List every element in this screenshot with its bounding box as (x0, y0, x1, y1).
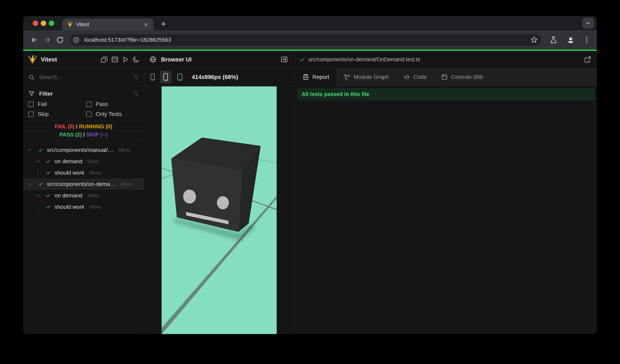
file-header: src/components/on-demand/OnDemand.test.t… (295, 51, 597, 68)
chevron-down-icon[interactable] (36, 159, 41, 164)
report-tabs: Report Module Graph (295, 68, 597, 86)
experiments-flask-icon[interactable] (549, 36, 558, 44)
search-input[interactable] (39, 74, 133, 80)
search-row (23, 68, 144, 86)
test-duration: 56ms (118, 147, 130, 153)
report-clipboard-icon (302, 74, 309, 80)
test-suite-row[interactable]: on demand 43ms (23, 190, 144, 201)
address-bar[interactable]: localhost:5173/#/?file=1828625563 (70, 34, 541, 46)
profile-avatar[interactable] (566, 35, 575, 44)
pass-check-icon (46, 193, 51, 198)
test-suite-row[interactable]: on demand 56ms (23, 156, 144, 167)
test-duration: 56ms (87, 159, 99, 164)
pass-check-icon (38, 181, 43, 187)
tablet-icon[interactable] (176, 73, 184, 82)
menu-dots-icon[interactable] (582, 36, 591, 44)
test-label: src/components/manual/… (47, 147, 113, 153)
report-pane: src/components/on-demand/OnDemand.test.t… (295, 51, 597, 334)
run-all-icon[interactable] (122, 56, 129, 63)
test-label: on demand (55, 158, 82, 165)
pass-count: PASS (2) (60, 132, 82, 138)
vitest-logo (28, 55, 37, 64)
chevron-down-icon[interactable] (36, 193, 41, 198)
close-window-button[interactable] (33, 21, 38, 26)
pass-check-icon (38, 147, 43, 153)
collapse-panels-icon[interactable] (100, 56, 108, 63)
filter-checkbox-only-tests[interactable]: Only Tests (86, 111, 140, 117)
open-external-icon[interactable] (584, 56, 591, 63)
small-phone-icon[interactable] (149, 73, 156, 82)
skip-count: SKIP (--) (86, 132, 108, 138)
tested-app-viewport[interactable] (162, 87, 277, 334)
filter-title: Filter (39, 91, 133, 97)
browser-toolbar: localhost:5173/#/?file=1828625563 (23, 30, 597, 49)
forward-icon[interactable] (43, 36, 51, 44)
tab-module-graph[interactable]: Module Graph (336, 68, 396, 86)
pass-check-icon (299, 57, 305, 62)
code-icon (403, 74, 410, 80)
pass-check-icon (46, 170, 51, 175)
preview-title: Browser UI (161, 56, 280, 63)
tab-close-icon[interactable]: × (143, 21, 149, 28)
test-file-row-selected[interactable]: src/components/on-dema… 43ms (23, 178, 144, 190)
tab-code[interactable]: Code (396, 68, 434, 86)
filter-checkbox-fail[interactable]: Fail (28, 101, 86, 107)
search-icon (28, 74, 35, 80)
test-label: should work (55, 170, 84, 176)
browser-tab-vitest[interactable]: Vitest × (62, 19, 154, 30)
globe-icon (149, 56, 156, 63)
chevron-down-icon[interactable] (27, 147, 32, 153)
minimize-window-button[interactable] (41, 21, 46, 26)
test-duration: 43ms (121, 181, 132, 187)
console-icon (441, 74, 448, 80)
test-duration: 55ms (89, 170, 101, 176)
dashboard-icon[interactable] (111, 56, 119, 63)
clear-search-filter-icon[interactable] (133, 74, 140, 81)
fail-count: FAIL (0) (55, 124, 75, 130)
test-case-row[interactable]: should work 43ms (23, 201, 144, 213)
vitest-favicon (67, 21, 73, 28)
filter-checkbox-pass[interactable]: Pass (86, 101, 140, 107)
test-case-row[interactable]: should work 55ms (23, 167, 144, 178)
zoom-window-button[interactable] (49, 21, 54, 26)
preview-header: Browser UI (144, 51, 295, 68)
test-file-row[interactable]: src/components/manual/… 56ms (23, 144, 144, 156)
chevron-down-icon[interactable] (27, 182, 32, 187)
site-info-icon[interactable] (72, 36, 81, 44)
clear-filter-icon[interactable] (133, 90, 140, 97)
browser-window: Vitest × + (23, 16, 597, 334)
url-text[interactable]: localhost:5173/#/?file=1828625563 (84, 37, 530, 43)
tab-search-button[interactable] (582, 17, 594, 29)
checkbox-icon[interactable] (86, 112, 92, 117)
sidebar: Vitest (23, 51, 144, 334)
test-label: should work (55, 204, 84, 210)
phone-plus-icon-active[interactable] (160, 71, 171, 83)
chevron-down-icon (585, 20, 591, 26)
test-file-path: src/components/on-demand/OnDemand.test.t… (309, 57, 584, 63)
browser-preview-pane: Browser UI 414x896px (68%) (144, 51, 295, 334)
dock-panel-right-icon[interactable] (280, 56, 288, 63)
pass-check-icon (46, 204, 51, 210)
indent-guide (38, 202, 38, 212)
checkbox-icon[interactable] (28, 102, 34, 107)
robot-cube-3d (162, 87, 277, 334)
checkbox-icon[interactable] (86, 102, 92, 107)
back-icon[interactable] (30, 36, 38, 44)
new-tab-button[interactable]: + (158, 20, 169, 28)
reload-icon[interactable] (56, 36, 64, 44)
running-count: RUNNING (0) (79, 124, 112, 130)
filter-section: Filter Fail Pass (23, 86, 144, 121)
tab-console[interactable]: Console (69) (434, 68, 490, 86)
test-tree: src/components/manual/… 56ms on demand 5… (23, 140, 144, 334)
filter-checkbox-skip[interactable]: Skip (28, 111, 86, 117)
app-title: Vitest (41, 56, 97, 63)
checkbox-icon[interactable] (28, 112, 34, 117)
tab-report[interactable]: Report (295, 68, 336, 86)
viewport-area (144, 86, 295, 334)
bookmark-star-icon[interactable] (530, 36, 538, 44)
dark-mode-moon-icon[interactable] (132, 56, 140, 63)
device-toolbar: 414x896px (68%) (144, 68, 295, 86)
indent-guide (30, 190, 30, 212)
test-duration: 43ms (87, 193, 99, 198)
banner-text: All tests passed in this file (302, 91, 369, 97)
